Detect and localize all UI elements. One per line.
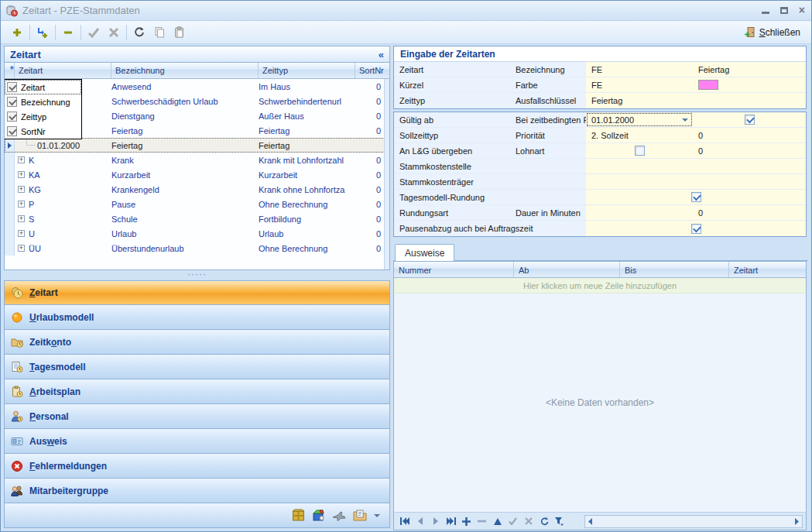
schliessen-button[interactable]: Schließen — [739, 25, 805, 39]
cancel-edit-button[interactable] — [521, 515, 536, 528]
checkbox-checked-icon[interactable] — [7, 82, 17, 92]
nav-item-arbeitsplan[interactable]: Arbeitsplan — [4, 379, 390, 404]
zeittyp-field[interactable]: Feiertag — [586, 93, 693, 108]
close-icon[interactable]: × — [799, 5, 805, 15]
edit-record-button[interactable] — [490, 515, 505, 528]
jet-icon[interactable] — [332, 510, 346, 521]
rundungsart-field[interactable] — [586, 205, 693, 221]
column-chooser-item[interactable]: Zeitart — [5, 80, 81, 94]
checkbox-checked-icon[interactable] — [7, 97, 17, 107]
table-row[interactable]: S Schule Fortbildung 0 — [5, 211, 389, 226]
scroll-left-icon — [588, 518, 593, 525]
confirm-button[interactable] — [84, 23, 104, 42]
column-header-bezeichnung[interactable]: Bezeichnung — [111, 63, 259, 78]
column-header-nummer[interactable]: Nummer — [394, 262, 514, 277]
table-row[interactable]: U Urlaub Urlaub 0 — [5, 226, 389, 241]
farbe-field[interactable] — [693, 77, 806, 93]
post-edit-button[interactable] — [505, 515, 520, 528]
refresh-button[interactable] — [129, 23, 149, 42]
column-chooser-dropdown: Zeitart Bezeichnung Zeittyp SortNr — [4, 79, 82, 139]
prior-record-button[interactable] — [413, 515, 427, 528]
nav-item-urlaubsmodell[interactable]: Urlaubsmodell — [4, 305, 390, 330]
table-row[interactable]: K Krank Krank mit Lohnfortzahl 0 — [5, 153, 389, 167]
checkbox-unchecked-icon[interactable] — [635, 146, 645, 156]
column-header-zeitart[interactable]: Zeitart — [15, 63, 111, 78]
add-new-row[interactable]: Hier klicken um neue Zeile hinzuzufügen — [393, 278, 807, 293]
delete-record-button[interactable] — [475, 515, 489, 528]
checkbox-checked-icon[interactable] — [745, 115, 755, 125]
zeitart-field[interactable]: FE — [586, 62, 693, 77]
prioritaet-field[interactable]: 0 — [693, 128, 806, 143]
sollzeittyp-field[interactable]: 2. Sollzeit — [586, 128, 693, 143]
chevron-down-icon[interactable] — [374, 514, 380, 517]
table-row[interactable]: P Pause Ohne Berechnung 0 — [5, 197, 389, 211]
lohnart-field[interactable]: 0 — [693, 143, 806, 159]
cube-icon[interactable] — [312, 509, 325, 522]
refresh-records-button[interactable] — [536, 515, 551, 528]
ausfallschluessel-field[interactable] — [693, 93, 806, 108]
expand-icon[interactable] — [18, 171, 25, 178]
first-record-button[interactable] — [397, 515, 412, 528]
no-data-text: <Keine Daten vorhanden> — [546, 397, 654, 408]
nav-item-mitarbeitergruppe[interactable]: Mitarbeitergruppe — [4, 479, 390, 503]
remove-button[interactable] — [58, 23, 78, 42]
column-header-sortnr[interactable]: SortNr — [355, 63, 385, 78]
panel-splitter[interactable]: ····· — [4, 272, 390, 280]
column-header-zeittyp[interactable]: Zeittyp — [259, 63, 355, 78]
paste-button[interactable] — [170, 23, 190, 42]
nav-item-fehlermeldungen[interactable]: Fehlermeldungen — [4, 454, 390, 479]
column-chooser-item[interactable]: Bezeichnung — [5, 94, 81, 109]
minimize-icon[interactable] — [762, 7, 769, 14]
table-row[interactable]: ÜU Überstundenurlaub Ohne Berechnung 0 — [5, 241, 389, 256]
stammkostentraeger-field[interactable] — [586, 174, 806, 190]
gueltig-ab-combo[interactable]: 01.01.2000 — [586, 112, 693, 128]
dauer-in-minuten-field[interactable]: 0 — [693, 205, 806, 221]
field-label: Bei zeitbedingten Pa... — [510, 112, 586, 128]
nav-item-zeitart[interactable]: Zeitart — [4, 280, 390, 305]
table-row[interactable]: KG Krankengeld Krank ohne Lohnfortza 0 — [5, 182, 389, 197]
expand-icon[interactable] — [18, 215, 25, 222]
filter-button[interactable] — [552, 515, 567, 528]
nav-item-tagesmodell[interactable]: Tagesmodell — [4, 355, 390, 379]
next-record-button[interactable] — [428, 515, 443, 528]
titlebar: Zeitart - PZE-Stammdaten × — [1, 1, 811, 21]
column-header-bis[interactable]: Bis — [620, 262, 729, 277]
insert-record-button[interactable] — [459, 515, 474, 528]
expand-icon[interactable] — [18, 245, 25, 252]
column-chooser-button[interactable]: * — [5, 63, 15, 78]
reports-folder-icon[interactable] — [353, 510, 367, 521]
nav-item-zeitkonto[interactable]: Zeitkonto — [4, 330, 390, 355]
column-header-ab[interactable]: Ab — [514, 262, 620, 277]
copy-button[interactable] — [149, 23, 170, 42]
expand-icon[interactable] — [18, 186, 25, 193]
nav-item-ausweis[interactable]: Ausweis — [4, 429, 390, 454]
tab-ausweise[interactable]: Ausweise — [395, 244, 454, 261]
grid-vertical-scrollbar[interactable] — [384, 79, 389, 269]
column-chooser-item[interactable]: SortNr — [5, 124, 81, 139]
kuerzel-field[interactable]: FE — [586, 77, 693, 93]
checkbox-checked-icon[interactable] — [7, 126, 17, 136]
collapse-panel-button[interactable]: « — [379, 49, 384, 60]
maximize-icon[interactable] — [780, 7, 788, 14]
table-row[interactable]: KA Kurzarbeit Kurzarbeit 0 — [5, 167, 389, 182]
add-button[interactable] — [7, 23, 27, 42]
bezeichnung-field[interactable]: Feiertag — [693, 62, 806, 77]
color-swatch[interactable] — [698, 80, 718, 90]
checkbox-checked-icon[interactable] — [691, 192, 701, 202]
add-child-button[interactable] — [33, 23, 53, 42]
expand-icon[interactable] — [18, 156, 25, 163]
package-icon[interactable] — [292, 509, 305, 522]
nav-item-personal[interactable]: Personal — [4, 404, 390, 429]
cancel-button[interactable] — [104, 23, 124, 42]
table-row-selected[interactable]: 01.01.2000 Feiertag Feiertag — [5, 138, 389, 153]
horizontal-scrollbar[interactable] — [584, 515, 803, 528]
expand-icon[interactable] — [18, 230, 25, 237]
expand-icon[interactable] — [18, 201, 25, 208]
column-header-zeitart[interactable]: Zeitart — [729, 262, 806, 277]
combo-dropdown-icon[interactable] — [682, 118, 688, 122]
column-chooser-item[interactable]: Zeittyp — [5, 109, 81, 124]
checkbox-checked-icon[interactable] — [7, 112, 17, 122]
stammkostenstelle-field[interactable] — [586, 159, 806, 174]
last-record-button[interactable] — [444, 515, 458, 528]
checkbox-checked-icon[interactable] — [691, 224, 701, 234]
